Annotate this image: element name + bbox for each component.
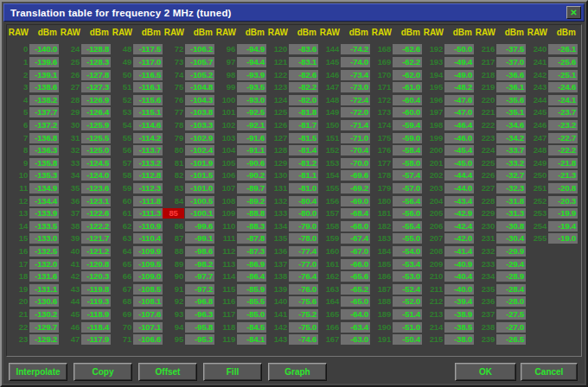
raw-cell[interactable]: 192 <box>422 44 444 54</box>
raw-cell[interactable]: 202 <box>422 170 444 181</box>
raw-cell[interactable]: 114 <box>214 271 236 282</box>
raw-cell[interactable]: 177 <box>370 158 392 168</box>
raw-cell[interactable]: 92 <box>163 296 184 307</box>
raw-cell[interactable]: 211 <box>422 284 444 295</box>
dbm-cell[interactable]: -82.0 <box>289 95 318 105</box>
dbm-cell[interactable]: -120.8 <box>81 259 111 270</box>
raw-cell[interactable]: 61 <box>111 208 132 219</box>
dbm-cell[interactable]: -105.7 <box>185 57 214 67</box>
raw-cell[interactable]: 144 <box>318 44 340 54</box>
dbm-cell[interactable]: -121.7 <box>81 233 111 244</box>
dbm-cell[interactable]: -55.0 <box>393 233 422 244</box>
dbm-cell[interactable]: -120.3 <box>81 271 111 282</box>
dbm-cell[interactable]: -68.0 <box>341 221 370 232</box>
dbm-cell[interactable]: -109.5 <box>133 259 163 270</box>
dbm-cell[interactable]: -49.4 <box>444 57 474 67</box>
dbm-cell[interactable]: -133.9 <box>29 208 59 219</box>
dbm-cell[interactable]: -28.0 <box>496 296 526 307</box>
dbm-cell[interactable]: -91.1 <box>237 145 266 155</box>
copy-button[interactable]: Copy <box>74 363 132 381</box>
raw-cell[interactable]: 160 <box>318 246 340 257</box>
raw-cell[interactable]: 218 <box>474 70 495 80</box>
raw-cell[interactable]: 204 <box>422 196 444 206</box>
raw-cell[interactable]: 187 <box>370 284 392 295</box>
dbm-cell[interactable]: -30.4 <box>496 233 526 244</box>
raw-cell[interactable]: 205 <box>422 208 444 219</box>
raw-cell[interactable]: 159 <box>318 233 340 244</box>
raw-cell[interactable]: 166 <box>318 322 340 333</box>
dbm-cell[interactable]: -93.5 <box>237 82 266 92</box>
dbm-cell[interactable]: -92.1 <box>237 120 266 130</box>
raw-cell[interactable]: 242 <box>526 70 547 80</box>
dbm-cell[interactable]: -87.3 <box>237 246 266 257</box>
dbm-cell[interactable]: -116.5 <box>133 70 163 80</box>
raw-cell[interactable]: 103 <box>214 133 236 143</box>
dbm-cell[interactable]: -129.7 <box>29 322 59 333</box>
raw-cell[interactable]: 217 <box>474 57 495 67</box>
dbm-cell[interactable]: -30.8 <box>496 221 526 232</box>
raw-cell[interactable]: 133 <box>266 208 288 219</box>
dbm-cell[interactable]: -125.9 <box>81 120 111 130</box>
raw-cell[interactable]: 139 <box>266 284 288 295</box>
dbm-cell[interactable]: -29.9 <box>496 246 526 257</box>
dbm-cell[interactable]: -33.7 <box>496 145 526 155</box>
raw-cell[interactable]: 74 <box>163 70 184 80</box>
raw-cell[interactable]: 88 <box>163 246 184 257</box>
dbm-cell[interactable]: -57.0 <box>393 183 422 194</box>
dbm-cell[interactable]: -75.2 <box>289 309 318 320</box>
dbm-cell[interactable]: -109.0 <box>133 271 163 282</box>
dbm-cell[interactable]: -104.8 <box>185 82 214 92</box>
dbm-cell[interactable]: -27.5 <box>496 309 526 320</box>
raw-cell[interactable]: 176 <box>370 145 392 155</box>
raw-cell[interactable]: 73 <box>163 57 184 67</box>
dbm-cell[interactable]: -87.8 <box>237 233 266 244</box>
dbm-cell[interactable]: -136.8 <box>29 133 59 143</box>
raw-cell[interactable]: 203 <box>422 183 444 194</box>
dbm-cell[interactable]: -56.4 <box>393 196 422 206</box>
raw-cell[interactable]: 236 <box>474 296 495 307</box>
title-bar[interactable]: Translation table for frequency 2 MHz (t… <box>3 3 585 22</box>
dbm-cell[interactable]: -94.4 <box>237 57 266 67</box>
dbm-cell[interactable]: -19.4 <box>548 221 578 232</box>
raw-cell[interactable]: 98 <box>214 70 236 80</box>
raw-cell[interactable]: 220 <box>474 95 495 105</box>
dbm-cell[interactable]: -124.0 <box>81 170 111 181</box>
dbm-cell[interactable]: -20.3 <box>548 196 578 206</box>
raw-cell[interactable]: 137 <box>266 259 288 270</box>
raw-cell[interactable]: 81 <box>163 158 184 168</box>
raw-cell[interactable]: 156 <box>318 196 340 206</box>
raw-cell[interactable]: 190 <box>370 322 392 333</box>
dbm-cell[interactable]: -42.9 <box>444 208 474 219</box>
raw-cell[interactable]: 185 <box>370 259 392 270</box>
raw-cell[interactable]: 17 <box>7 259 29 270</box>
raw-cell[interactable]: 116 <box>214 296 236 307</box>
raw-cell[interactable]: 151 <box>318 133 340 143</box>
dbm-cell[interactable]: -40.4 <box>444 271 474 282</box>
dbm-cell[interactable]: -71.0 <box>341 133 370 143</box>
raw-cell[interactable]: 39 <box>59 233 80 244</box>
raw-cell[interactable]: 107 <box>214 183 236 194</box>
raw-cell[interactable]: 33 <box>59 158 80 168</box>
dbm-cell[interactable]: -139.1 <box>29 70 59 80</box>
dbm-cell[interactable]: -124.5 <box>81 158 111 168</box>
dbm-cell[interactable]: -82.6 <box>289 70 318 80</box>
raw-cell[interactable]: 105 <box>214 158 236 168</box>
dbm-cell[interactable]: -72.0 <box>341 107 370 117</box>
raw-cell[interactable]: 65 <box>111 259 132 270</box>
dbm-cell[interactable]: -61.0 <box>393 82 422 92</box>
dbm-cell[interactable]: -50.0 <box>444 44 474 54</box>
raw-cell[interactable]: 200 <box>422 145 444 155</box>
raw-cell[interactable]: 16 <box>7 246 29 257</box>
dbm-cell[interactable]: -92.5 <box>237 107 266 117</box>
raw-cell[interactable]: 214 <box>422 322 444 333</box>
fill-button[interactable]: Fill <box>203 363 262 381</box>
raw-cell[interactable]: 213 <box>422 309 444 320</box>
dbm-cell[interactable]: -80.0 <box>289 208 318 219</box>
dbm-cell[interactable]: -56.0 <box>393 208 422 219</box>
dbm-cell[interactable]: -46.4 <box>444 120 474 130</box>
raw-cell[interactable]: 18 <box>7 271 29 282</box>
dbm-cell[interactable]: -102.9 <box>185 133 214 143</box>
dbm-cell[interactable]: -140.0 <box>29 44 59 54</box>
dbm-cell[interactable]: -74.2 <box>341 44 370 54</box>
raw-cell[interactable]: 178 <box>370 170 392 181</box>
